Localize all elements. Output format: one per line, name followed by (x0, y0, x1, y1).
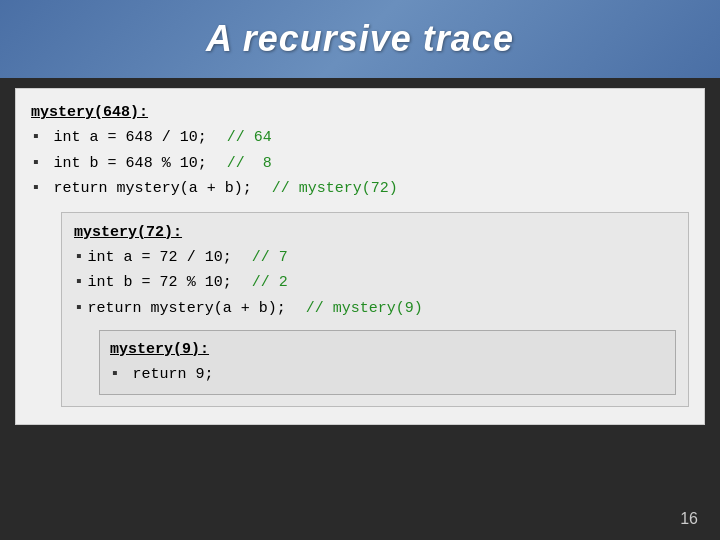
bullet-1: ▪ (31, 125, 41, 151)
slide-header: A recursive trace (0, 0, 720, 78)
middle-code-3: return mystery(a + b); (88, 297, 286, 321)
main-content-box: mystery(648): ▪ int a = 648 / 10; // 64 … (15, 88, 705, 425)
middle-comment-2: // 2 (252, 271, 288, 295)
outer-method-name: mystery(648): (31, 101, 148, 125)
outer-line-2: ▪ int b = 648 % 10; // 8 (31, 151, 689, 177)
middle-code-1: int a = 72 / 10; (88, 246, 232, 270)
middle-call-block: mystery(72): ▪ int a = 72 / 10; // 7 ▪ i… (74, 221, 676, 395)
middle-line-3: ▪ return mystery(a + b); // mystery(9) (74, 296, 676, 322)
outer-comment-3: // mystery(72) (272, 177, 398, 201)
middle-method-name: mystery(72): (74, 221, 182, 245)
inner-method-name: mystery(9): (110, 338, 209, 362)
middle-method-name-line: mystery(72): (74, 221, 676, 245)
m-bullet-2: ▪ (74, 270, 84, 296)
outer-comment-1: // 64 (227, 126, 272, 150)
inner-code-1: return 9; (124, 363, 214, 387)
outer-method-name-line: mystery(648): (31, 101, 689, 125)
middle-code-2: int b = 72 % 10; (88, 271, 232, 295)
middle-comment-3: // mystery(9) (306, 297, 423, 321)
middle-comment-1: // 7 (252, 246, 288, 270)
outer-call-block: mystery(648): ▪ int a = 648 / 10; // 64 … (31, 101, 689, 407)
inner-method-name-line: mystery(9): (110, 338, 665, 362)
outer-code-1: int a = 648 / 10; (45, 126, 207, 150)
m-bullet-3: ▪ (74, 296, 84, 322)
outer-code-3: return mystery(a + b); (45, 177, 252, 201)
outer-comment-2: // 8 (227, 152, 272, 176)
outer-line-1: ▪ int a = 648 / 10; // 64 (31, 125, 689, 151)
middle-call-box: mystery(72): ▪ int a = 72 / 10; // 7 ▪ i… (61, 212, 689, 407)
bullet-2: ▪ (31, 151, 41, 177)
outer-code-2: int b = 648 % 10; (45, 152, 207, 176)
m-bullet-1: ▪ (74, 245, 84, 271)
i-bullet-1: ▪ (110, 362, 120, 388)
bullet-3: ▪ (31, 176, 41, 202)
inner-call-box: mystery(9): ▪ return 9; (99, 330, 676, 396)
inner-line-1: ▪ return 9; (110, 362, 665, 388)
inner-call-block: mystery(9): ▪ return 9; (110, 338, 665, 388)
slide-title: A recursive trace (20, 18, 700, 60)
middle-line-2: ▪ int b = 72 % 10; // 2 (74, 270, 676, 296)
outer-line-3: ▪ return mystery(a + b); // mystery(72) (31, 176, 689, 202)
page-number: 16 (680, 510, 698, 528)
middle-line-1: ▪ int a = 72 / 10; // 7 (74, 245, 676, 271)
